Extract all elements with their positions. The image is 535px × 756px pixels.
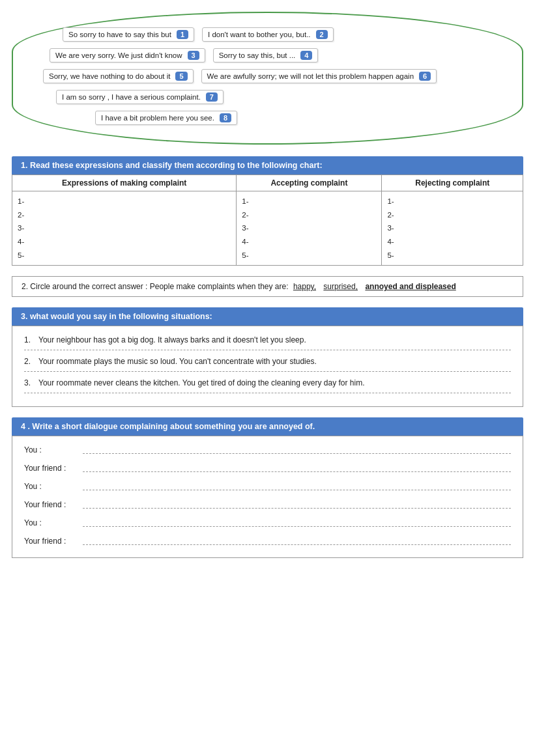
list-item: 2- bbox=[18, 208, 231, 222]
dialogue-label-friend-3: Your friend : bbox=[24, 537, 83, 546]
section1-wrapper: 1. Read these expressions and classify t… bbox=[12, 156, 523, 266]
phrase-text-2: I don't want to bother you, but.. bbox=[208, 31, 311, 38]
section2-wrapper: 2. Circle around the correct answer : Pe… bbox=[12, 276, 523, 297]
dialogue-dashes-4 bbox=[83, 501, 511, 509]
list-item: 3- bbox=[242, 221, 376, 235]
list-item: 4- bbox=[18, 235, 231, 249]
phrase-card-3: We are very sorry. We just didn't know 3 bbox=[50, 48, 205, 63]
phrase-badge-6: 6 bbox=[419, 72, 431, 81]
dialogue-dashes-6 bbox=[83, 537, 511, 545]
classify-table: Expressions of making complaint Acceptin… bbox=[12, 175, 523, 266]
dialogue-line-1: You : bbox=[24, 445, 511, 455]
list-item: 5- bbox=[387, 249, 517, 262]
section1-header: 1. Read these expressions and classify t… bbox=[12, 156, 523, 175]
list-item: 4- bbox=[387, 235, 517, 249]
list-item: 3- bbox=[18, 221, 231, 235]
list-item: 1- bbox=[18, 195, 231, 208]
dashed-separator-1 bbox=[24, 350, 511, 350]
dialogue-line-3: You : bbox=[24, 482, 511, 491]
situation-2: 2. Your roommate plays the music so loud… bbox=[24, 357, 511, 366]
section4-header: 4 . Write a short dialogue complaining a… bbox=[12, 417, 523, 436]
situation-num-2: 2. bbox=[24, 357, 38, 366]
phrase-badge-7: 7 bbox=[206, 92, 218, 102]
phrase-card-5: Sorry, we have nothing to do about it 5 bbox=[43, 69, 194, 83]
section3-header: 3. what would you say in the following s… bbox=[12, 307, 523, 326]
phrase-text-5: Sorry, we have nothing to do about it bbox=[49, 72, 170, 80]
phrase-badge-5: 5 bbox=[175, 72, 187, 81]
col-header-rejecting: Rejecting complaint bbox=[382, 175, 523, 191]
section4-wrapper: 4 . Write a short dialogue complaining a… bbox=[12, 417, 523, 558]
phrase-card-2: I don't want to bother you, but.. 2 bbox=[202, 27, 334, 42]
list-item: 3- bbox=[387, 221, 517, 235]
phrase-text-3: We are very sorry. We just didn't know bbox=[55, 51, 182, 59]
dialogue-label-you-2: You : bbox=[24, 482, 83, 491]
phrase-text-6: We are awfully sorry; we will not let th… bbox=[207, 72, 414, 80]
dialogue-label-friend-2: Your friend : bbox=[24, 500, 83, 509]
phrase-badge-2: 2 bbox=[316, 30, 328, 39]
phrase-badge-8: 8 bbox=[220, 113, 231, 122]
situation-num-3: 3. bbox=[24, 378, 38, 387]
col-complaint-items: 1- 2- 3- 4- 5- bbox=[12, 191, 237, 266]
dialogue-label-friend-1: Your friend : bbox=[24, 464, 83, 473]
section3-box: 1. Your neighbour has got a big dog. It … bbox=[12, 326, 523, 407]
section4-box: You : Your friend : You : Your friend : … bbox=[12, 436, 523, 558]
phrase-card-1: So sorry to have to say this but 1 bbox=[63, 27, 194, 42]
phrase-text-1: So sorry to have to say this but bbox=[68, 31, 171, 38]
answer-annoyed: annoyed and displeased bbox=[365, 282, 455, 291]
list-item: 5- bbox=[242, 249, 376, 262]
phrase-text-8: I have a bit problem here you see. bbox=[101, 114, 214, 122]
answer-happy: happy, bbox=[293, 282, 316, 291]
col-rejecting-items: 1- 2- 3- 4- 5- bbox=[382, 191, 523, 266]
col-header-accepting: Accepting complaint bbox=[237, 175, 382, 191]
dialogue-line-2: Your friend : bbox=[24, 464, 511, 473]
situation-text-3: Your roommate never cleans the kitchen. … bbox=[38, 378, 365, 387]
phrase-badge-4: 4 bbox=[300, 51, 312, 60]
phrase-text-7: I am so sorry , I have a serious complai… bbox=[62, 93, 201, 101]
phrase-card-6: We are awfully sorry; we will not let th… bbox=[201, 69, 437, 83]
oval-phrases-section: So sorry to have to say this but 1 I don… bbox=[12, 12, 523, 145]
dialogue-dashes-2 bbox=[83, 464, 511, 472]
dialogue-line-5: You : bbox=[24, 518, 511, 527]
phrase-badge-1: 1 bbox=[177, 30, 188, 39]
dialogue-line-6: Your friend : bbox=[24, 537, 511, 546]
section3-wrapper: 3. what would you say in the following s… bbox=[12, 307, 523, 407]
dashed-separator-3 bbox=[24, 393, 511, 393]
answer-surprised: surprised, bbox=[323, 282, 358, 291]
section2-box: 2. Circle around the correct answer : Pe… bbox=[12, 276, 523, 297]
phrase-text-4: Sorry to say this, but ... bbox=[219, 51, 296, 59]
list-item: 1- bbox=[387, 195, 517, 208]
phrase-card-8: I have a bit problem here you see. 8 bbox=[95, 111, 237, 125]
col-header-complaint: Expressions of making complaint bbox=[12, 175, 237, 191]
dashed-separator-2 bbox=[24, 371, 511, 372]
phrase-badge-3: 3 bbox=[188, 51, 199, 60]
situation-1: 1. Your neighbour has got a big dog. It … bbox=[24, 335, 511, 344]
situation-3: 3. Your roommate never cleans the kitche… bbox=[24, 378, 511, 387]
dialogue-label-you-1: You : bbox=[24, 445, 83, 455]
dialogue-label-you-3: You : bbox=[24, 518, 83, 527]
dialogue-dashes-3 bbox=[83, 483, 511, 490]
situation-text-1: Your neighbour has got a big dog. It alw… bbox=[38, 335, 306, 344]
list-item: 2- bbox=[242, 208, 376, 222]
section2-question: 2. Circle around the correct answer : Pe… bbox=[22, 282, 291, 291]
dialogue-line-4: Your friend : bbox=[24, 500, 511, 509]
list-item: 5- bbox=[18, 249, 231, 262]
list-item: 1- bbox=[242, 195, 376, 208]
phrase-card-7: I am so sorry , I have a serious complai… bbox=[56, 90, 224, 104]
situation-text-2: Your roommate plays the music so loud. Y… bbox=[38, 357, 317, 366]
list-item: 2- bbox=[387, 208, 517, 222]
situation-num-1: 1. bbox=[24, 335, 38, 344]
phrase-card-4: Sorry to say this, but ... 4 bbox=[213, 48, 319, 63]
dialogue-dashes-5 bbox=[83, 519, 511, 527]
dialogue-dashes-1 bbox=[83, 446, 511, 454]
col-accepting-items: 1- 2- 3- 4- 5- bbox=[237, 191, 382, 266]
list-item: 4- bbox=[242, 235, 376, 249]
